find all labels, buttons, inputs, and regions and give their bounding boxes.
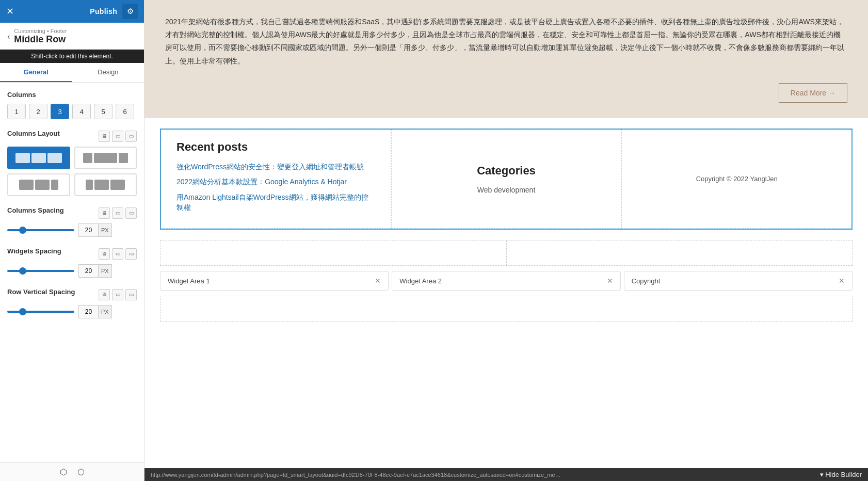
spacing-icons: 🖥 ▭ ▭ bbox=[99, 207, 137, 219]
widgets-spacing-value-box: PX bbox=[78, 264, 112, 278]
rvs-icons: 🖥 ▭ ▭ bbox=[99, 289, 137, 300]
hide-builder-button[interactable]: ▾ Hide Builder bbox=[820, 471, 862, 478]
ws-icon-mobile[interactable]: ▭ bbox=[125, 248, 137, 260]
columns-layout-label: Columns Layout bbox=[7, 130, 60, 137]
post-link-1[interactable]: 強化WordPress網站的安全性：變更登入網址和管理者帳號 bbox=[176, 163, 364, 171]
recent-posts-list: 強化WordPress網站的安全性：變更登入網址和管理者帳號 2022網站分析基… bbox=[176, 162, 375, 213]
layout-icon-mobile[interactable]: ▭ bbox=[125, 131, 137, 142]
layout-bar bbox=[110, 180, 125, 190]
copyright-text: Copyright © 2022 YanglJen bbox=[696, 175, 778, 183]
article-footer: Read More → bbox=[165, 68, 847, 103]
widgets-spacing-slider[interactable] bbox=[7, 270, 74, 272]
widget-close-3[interactable]: ✕ bbox=[839, 277, 845, 285]
rvs-icon-tablet[interactable]: ▭ bbox=[112, 289, 123, 300]
columns-spacing-slider-row: PX bbox=[7, 223, 137, 237]
hide-builder-bar: http://www.yangijen.com/td-admin/admin.p… bbox=[144, 468, 868, 481]
row-vertical-spacing-input[interactable] bbox=[78, 305, 98, 318]
col-btn-3[interactable]: 3 bbox=[51, 104, 69, 119]
layout-header: Columns Layout 🖥 ▭ ▭ bbox=[7, 130, 137, 142]
widget-labels-row: Widget Area 1 ✕ Widget Area 2 ✕ Copyrigh… bbox=[160, 271, 853, 291]
footer-icon-btn-2[interactable]: ⬡ bbox=[77, 467, 85, 477]
col-btn-6[interactable]: 6 bbox=[116, 104, 134, 119]
widgets-spacing-section: Widgets Spacing 🖥 ▭ ▭ PX bbox=[7, 247, 137, 278]
rvs-icon-mobile[interactable]: ▭ bbox=[125, 289, 137, 300]
widgets-spacing-label: Widgets Spacing bbox=[7, 247, 61, 255]
cs-icon-tablet[interactable]: ▭ bbox=[112, 207, 123, 219]
footer-icon-btn-1[interactable]: ⬡ bbox=[60, 467, 67, 477]
widgets-spacing-slider-row: PX bbox=[7, 264, 137, 278]
layout-icon-desktop[interactable]: 🖥 bbox=[99, 131, 110, 142]
layout-icon-tablet[interactable]: ▭ bbox=[112, 131, 123, 142]
left-panel: ✕ Publish ⚙ ‹ Customizing • Footer Middl… bbox=[0, 0, 144, 481]
breadcrumb-parent: Customizing • Footer bbox=[14, 28, 67, 34]
layout-bar bbox=[94, 180, 109, 190]
article-section: 2021年架網站有很多種方式，我自己嘗試過各種雲端伺服器和SaaS，其中遇到許多… bbox=[144, 0, 868, 118]
widget-label-3: Copyright ✕ bbox=[624, 271, 853, 291]
cs-icon-mobile[interactable]: ▭ bbox=[125, 207, 137, 219]
col-btn-2[interactable]: 2 bbox=[29, 104, 47, 119]
columns-label: Columns bbox=[7, 91, 137, 99]
panel-body: Columns 1 2 3 4 5 6 Columns Layout 🖥 ▭ ▭ bbox=[0, 83, 144, 462]
columns-spacing-value-box: PX bbox=[78, 223, 112, 237]
rvs-icon-desktop[interactable]: 🖥 bbox=[99, 289, 110, 300]
columns-spacing-section: Columns Spacing 🖥 ▭ ▭ PX bbox=[7, 206, 137, 237]
widget-label-1: Widget Area 1 ✕ bbox=[160, 271, 389, 291]
layout-icons: 🖥 ▭ ▭ bbox=[99, 131, 137, 142]
widget-close-2[interactable]: ✕ bbox=[607, 277, 613, 285]
layout-bar bbox=[119, 153, 128, 163]
list-item: 用Amazon Lightsail自架WordPress網站，獲得網站完整的控制… bbox=[176, 193, 375, 213]
widget-close-1[interactable]: ✕ bbox=[375, 277, 381, 285]
cs-icon-desktop[interactable]: 🖥 bbox=[99, 207, 110, 219]
footer-widget-row: Recent posts 強化WordPress網站的安全性：變更登入網址和管理… bbox=[160, 129, 853, 230]
widgets-spacing-header: Widgets Spacing 🖥 ▭ ▭ bbox=[7, 247, 137, 260]
layout-grid bbox=[7, 147, 137, 196]
ws-icon-desktop[interactable]: 🖥 bbox=[99, 248, 110, 260]
tab-general[interactable]: General bbox=[0, 63, 72, 82]
category-link-1[interactable]: Web development bbox=[477, 186, 536, 194]
layout-bar bbox=[47, 153, 62, 163]
columns-spacing-input[interactable] bbox=[78, 223, 98, 237]
back-button[interactable]: ‹ bbox=[7, 32, 10, 41]
close-button[interactable]: ✕ bbox=[6, 7, 14, 16]
layout-bar bbox=[19, 180, 34, 190]
post-link-3[interactable]: 用Amazon Lightsail自架WordPress網站，獲得網站完整的控制… bbox=[176, 193, 368, 212]
publish-button[interactable]: Publish bbox=[86, 7, 121, 15]
tabs-row: General Design bbox=[0, 63, 144, 83]
breadcrumb-text: Customizing • Footer Middle Row bbox=[14, 28, 67, 45]
layout-bar bbox=[83, 153, 92, 163]
list-item: 2022網站分析基本款設置：Google Analytics & Hotjar bbox=[176, 177, 375, 187]
read-more-button[interactable]: Read More → bbox=[779, 83, 847, 103]
widget-col-2: Categories Web development bbox=[391, 130, 622, 229]
columns-spacing-slider[interactable] bbox=[7, 229, 74, 231]
layout-option-wide-center[interactable] bbox=[74, 147, 137, 169]
gear-button[interactable]: ⚙ bbox=[122, 4, 138, 19]
footer-below-col-1 bbox=[160, 241, 507, 265]
widget-label-2: Widget Area 2 ✕ bbox=[392, 271, 620, 291]
col-btn-4[interactable]: 4 bbox=[72, 104, 91, 119]
publish-group: Publish ⚙ bbox=[86, 4, 138, 19]
row-vertical-spacing-value-box: PX bbox=[78, 305, 112, 318]
row-vertical-spacing-slider[interactable] bbox=[7, 311, 74, 313]
layout-option-right-wide[interactable] bbox=[74, 173, 137, 196]
col-btn-5[interactable]: 5 bbox=[94, 104, 112, 119]
row-vertical-spacing-label: Row Vertical Spacing bbox=[7, 288, 75, 296]
panel-header: ✕ Publish ⚙ bbox=[0, 0, 144, 23]
layout-option-left-wide[interactable] bbox=[7, 173, 70, 196]
col-buttons: 1 2 3 4 5 6 bbox=[7, 104, 137, 119]
panel-footer: ⬡ ⬡ bbox=[0, 462, 144, 481]
col-btn-1[interactable]: 1 bbox=[7, 104, 26, 119]
post-link-2[interactable]: 2022網站分析基本款設置：Google Analytics & Hotjar bbox=[176, 178, 347, 186]
layout-option-equal[interactable] bbox=[7, 147, 70, 169]
widget-area-2-label: Widget Area 2 bbox=[399, 277, 442, 285]
widgets-spacing-input[interactable] bbox=[78, 264, 98, 278]
article-text: 2021年架網站有很多種方式，我自己嘗試過各種雲端伺服器和SaaS，其中遇到許多… bbox=[165, 15, 847, 68]
columns-section: Columns 1 2 3 4 5 6 bbox=[7, 91, 137, 119]
categories-title: Categories bbox=[477, 164, 536, 178]
ws-icon-tablet[interactable]: ▭ bbox=[112, 248, 123, 260]
row-vertical-spacing-section: Row Vertical Spacing 🖥 ▭ ▭ PX bbox=[7, 288, 137, 318]
widget-col-1: Recent posts 強化WordPress網站的安全性：變更登入網址和管理… bbox=[161, 130, 391, 229]
url-text: http://www.yangijen.com/td-admin/admin.p… bbox=[151, 472, 564, 478]
columns-spacing-header: Columns Spacing 🖥 ▭ ▭ bbox=[7, 206, 137, 219]
layout-bar bbox=[15, 153, 30, 163]
tab-design[interactable]: Design bbox=[72, 63, 144, 82]
